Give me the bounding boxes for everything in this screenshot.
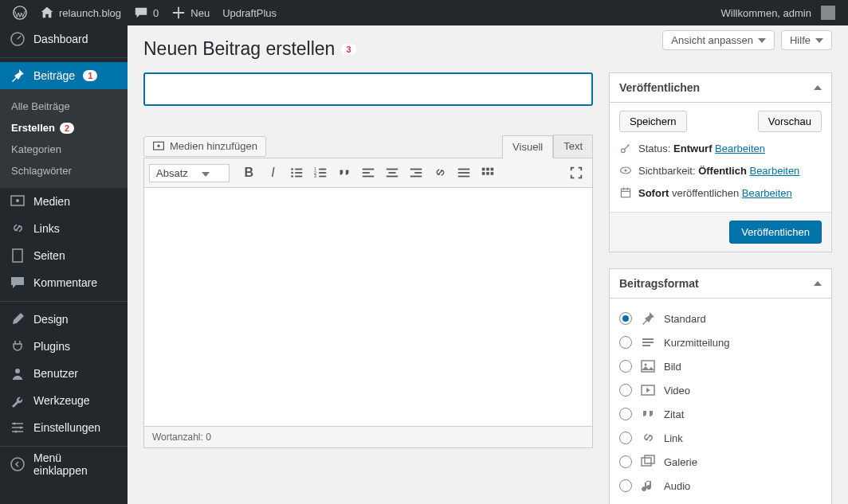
quote-button[interactable] [333,162,355,184]
svg-rect-34 [458,172,469,174]
comments-link[interactable]: 0 [128,6,165,20]
sidebar-collapse[interactable]: Menü einklappen [0,451,128,478]
svg-rect-26 [363,176,374,178]
sidebar-item-settings[interactable]: Einstellungen [0,414,128,441]
format-label: Bild [664,361,681,373]
svg-rect-48 [642,345,650,346]
wp-logo[interactable] [6,6,33,20]
italic-button[interactable]: I [261,162,284,184]
svg-rect-45 [621,189,630,197]
tab-text[interactable]: Text [553,135,593,158]
plus-icon [171,6,186,20]
format-label: Galerie [664,456,697,468]
format-label: Zitat [664,408,684,420]
editor-footer: Wortanzahl: 0 [143,427,593,448]
format-box-header[interactable]: Beitragsformat [610,269,831,299]
format-label: Kurzmitteilung [664,337,729,349]
svg-rect-27 [387,169,398,170]
svg-rect-29 [387,176,398,178]
svg-point-50 [645,364,647,366]
submenu-categories[interactable]: Kategorien [0,139,128,160]
align-left-button[interactable] [357,162,379,184]
format-box: Beitragsformat StandardKurzmitteilungBil… [609,268,832,504]
editor-canvas[interactable] [143,188,593,427]
svg-point-8 [15,431,18,433]
edit-status-link[interactable]: Bearbeiten [715,143,765,154]
insert-link-button[interactable] [429,162,451,184]
ul-button[interactable] [285,162,308,184]
avatar-icon [821,6,835,20]
post-title-input[interactable] [143,72,593,106]
publish-box-header[interactable]: Veröffentlichen [610,73,831,103]
media-add-icon [152,140,165,153]
site-link[interactable]: relaunch.blog [33,6,128,20]
format-option-galerie[interactable]: Galerie [619,450,822,474]
preview-button[interactable]: Vorschau [758,111,822,132]
publish-button[interactable]: Veröffentlichen [729,221,822,244]
sidebar-item-posts[interactable]: Beiträge1 [0,62,128,89]
sidebar-item-comments[interactable]: Kommentare [0,269,128,296]
radio-icon [619,384,632,397]
link-icon [10,221,26,236]
svg-rect-38 [491,168,494,171]
svg-text:3: 3 [314,174,316,178]
format-audio-icon [640,478,656,494]
format-select[interactable]: Absatz [149,164,230,182]
edit-schedule-link[interactable]: Bearbeiten [742,187,792,199]
save-draft-button[interactable]: Speichern [619,111,687,132]
main-content: Ansicht anpassen Hilfe Neuen Beitrag ers… [128,25,848,504]
format-option-link[interactable]: Link [619,426,822,450]
bold-button[interactable]: B [238,162,260,184]
chevron-down-icon [202,172,210,177]
updraftplus-link[interactable]: UpdraftPlus [216,7,283,19]
svg-rect-46 [642,338,654,340]
align-center-button[interactable] [381,162,403,184]
chevron-down-icon [815,38,823,43]
new-link[interactable]: Neu [165,6,216,20]
badge-3: 3 [341,44,355,55]
svg-rect-33 [458,169,469,170]
badge-1: 1 [83,70,97,81]
help-button[interactable]: Hilfe [781,30,832,50]
format-label: Standard [664,313,706,325]
key-icon [619,142,632,154]
sidebar-item-dashboard[interactable]: Dashboard [0,25,128,53]
screen-options-button[interactable]: Ansicht anpassen [662,30,775,50]
sidebar-item-pages[interactable]: Seiten [0,242,128,269]
submenu-create[interactable]: Erstellen2 [0,117,128,139]
format-option-zitat[interactable]: Zitat [619,402,822,426]
ol-button[interactable]: 123 [309,162,332,184]
align-right-button[interactable] [405,162,427,184]
fullscreen-button[interactable] [565,162,587,184]
sidebar-item-tools[interactable]: Werkzeuge [0,387,128,414]
svg-rect-40 [487,172,490,175]
format-link-icon [640,430,656,446]
svg-rect-53 [645,455,654,463]
svg-rect-25 [363,172,370,174]
add-media-button[interactable]: Medien hinzufügen [143,136,266,157]
edit-visibility-link[interactable]: Bearbeiten [749,165,799,177]
radio-icon [619,455,632,468]
svg-point-9 [11,458,24,471]
sidebar-item-users[interactable]: Benutzer [0,360,128,387]
radio-icon [619,336,632,349]
sidebar-item-design[interactable]: Design [0,306,128,333]
sidebar-item-plugins[interactable]: Plugins [0,333,128,360]
badge-2: 2 [60,123,74,134]
pin-icon [10,68,26,84]
submenu-tags[interactable]: Schlagwörter [0,160,128,182]
format-option-standard[interactable]: Standard [619,307,822,330]
format-zitat-icon [640,406,656,422]
format-option-bild[interactable]: Bild [619,354,822,378]
format-option-audio[interactable]: Audio [619,474,822,498]
format-option-kurzmitteilung[interactable]: Kurzmitteilung [619,330,822,354]
more-button[interactable] [453,162,475,184]
submenu-all-posts[interactable]: Alle Beiträge [0,96,128,117]
account-link[interactable]: Willkommen, admin [715,6,842,20]
svg-point-6 [14,423,16,425]
tab-visual[interactable]: Visuell [502,135,553,158]
toolbar-toggle-button[interactable] [477,162,499,184]
format-option-video[interactable]: Video [619,378,822,402]
sidebar-item-media[interactable]: Medien [0,188,128,215]
sidebar-item-links[interactable]: Links [0,215,128,242]
